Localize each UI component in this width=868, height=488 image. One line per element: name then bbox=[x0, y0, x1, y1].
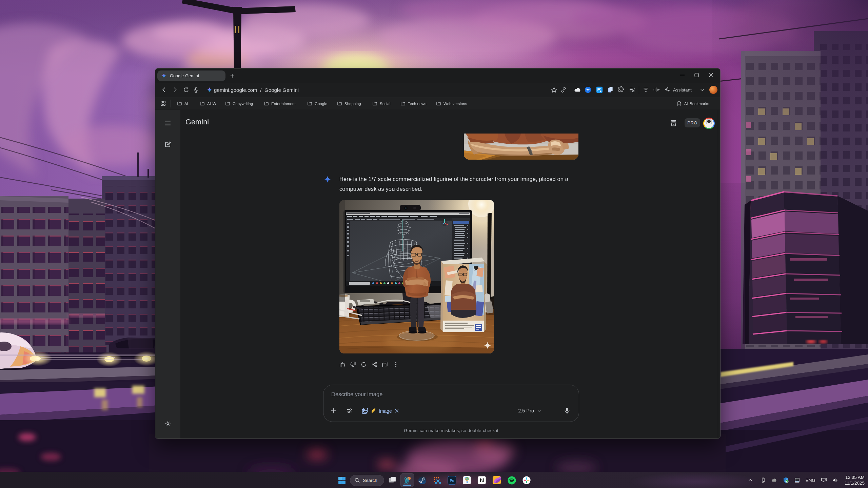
svg-text:Ps: Ps bbox=[450, 479, 454, 483]
